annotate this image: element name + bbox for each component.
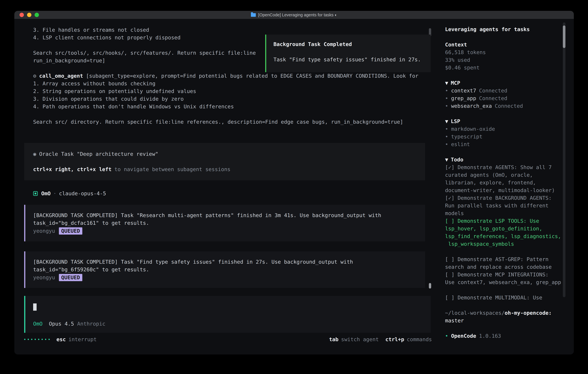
mcp-status: Connected	[495, 103, 523, 109]
tool-name: call_omo_agent	[39, 73, 83, 79]
navigation-hint: ctrl+x right, ctrl+x leftto navigate bet…	[33, 166, 425, 173]
ctrlp-key-label: commands	[407, 335, 432, 343]
input-model-name: Opus 4.5	[49, 320, 74, 328]
tab-key-hint: tab	[329, 335, 338, 343]
window-title: [OpenCode] Leveraging agents for tasks ◐	[251, 13, 337, 17]
terminal-line: 3. File handles or streams not closed	[33, 26, 439, 34]
app-window: [OpenCode] Leveraging agents for tasks ◐…	[14, 11, 574, 354]
lsp-name: eslint	[451, 141, 470, 147]
message-line: task_id="bg_dcfac161" to get results.	[33, 219, 425, 227]
todo-item: [✓] Demonstrate BACKGROUND AGENTS: Run p…	[445, 194, 562, 217]
terminal-line: 4. Path operations that don't handle Win…	[33, 103, 439, 110]
background-task-message: [BACKGROUND TASK COMPLETED] Task "Find t…	[24, 251, 425, 288]
todo-item: [✓] Demonstrate AGENTS: Show all 7 curat…	[445, 163, 562, 194]
mcp-name: websearch_exa	[451, 103, 492, 109]
mcp-name: grep_app	[451, 95, 476, 101]
sidebar-scrollbar-track[interactable]	[563, 22, 566, 297]
message-author: yeongyu	[33, 227, 55, 235]
lsp-section-header[interactable]: ▼LSP	[445, 117, 562, 125]
notification-body: Task "Find type safety issues" finished …	[273, 56, 431, 63]
record-icon: ◉	[33, 151, 36, 157]
tool-args: [subagent_type=explore, prompt=Find pote…	[86, 73, 418, 79]
sidebar-scrollbar-thumb[interactable]	[563, 25, 566, 48]
hint-text: to navigate between subagent sessions	[115, 166, 231, 172]
sidebar: Leveraging agents for tasks Context 66,5…	[439, 19, 574, 354]
terminal-line: 2. String operations on potentially unde…	[33, 87, 439, 95]
window-controls	[20, 11, 39, 19]
status-bar: esc interrupt tab switch agent ctrl+p co…	[24, 335, 432, 343]
mcp-heading: MCP	[451, 80, 460, 86]
esc-key-hint: esc	[56, 335, 66, 343]
app-version: 1.0.163	[479, 333, 501, 339]
context-used: 33% used	[445, 56, 562, 64]
text-cursor	[33, 303, 37, 311]
message-line: [BACKGROUND TASK COMPLETED] Task "Resear…	[33, 211, 425, 219]
lsp-item: •markdown-oxide	[445, 125, 562, 133]
separator-dot: ·	[53, 190, 56, 197]
bullet-icon: •	[445, 88, 448, 94]
todo-item: [ ] Demonstrate AST-GREP: Pattern search…	[445, 255, 562, 271]
message-author: yeongyu	[33, 274, 55, 281]
workspace-path-prefix: ~/local-workspaces/	[445, 310, 505, 316]
status-badge: QUEUED	[59, 227, 82, 235]
prompt-input[interactable]: OmO Opus 4.5 Anthropic	[24, 296, 431, 333]
folder-icon	[251, 13, 256, 17]
model-status-line: OmO Opus 4.5 Anthropic	[33, 320, 431, 328]
terminal-line	[33, 110, 439, 118]
oracle-task-title: ◉Oracle Task "Deep architecture review"	[33, 150, 425, 158]
mcp-item: •context7Connected	[445, 87, 562, 94]
lsp-item: •typescript	[445, 133, 562, 140]
scrollbar-thumb[interactable]	[429, 283, 431, 289]
mcp-name: context7	[451, 88, 476, 94]
lsp-name: markdown-oxide	[451, 126, 495, 132]
todo-item: [ ] Demonstrate MULTIMODAL: Use	[445, 294, 562, 301]
agent-checkbox-icon	[33, 191, 38, 196]
input-agent-name: OmO	[33, 320, 42, 328]
lsp-item: •eslint	[445, 140, 562, 148]
background-task-notification: Background Task Completed Task "Find typ…	[265, 35, 431, 72]
bullet-icon: •	[445, 333, 448, 339]
minimize-button[interactable]	[27, 13, 32, 17]
todo-item: [ ] Demonstrate MCP INTEGRATIONS: Use co…	[445, 271, 562, 286]
bullet-icon: •	[445, 141, 448, 147]
mcp-status: Connected	[479, 95, 507, 101]
terminal-pane: 3. File handles or streams not closed 4.…	[14, 19, 439, 354]
terminal-line: 1. Array access without bounds checking	[33, 80, 439, 87]
app-name: OpenCode	[451, 333, 476, 339]
git-branch: master	[445, 317, 562, 324]
agent-model: claude-opus-4-5	[59, 190, 106, 197]
mcp-item: •websearch_exaConnected	[445, 102, 562, 110]
session-title: Leveraging agents for tasks	[445, 25, 562, 33]
notification-title: Background Task Completed	[273, 40, 431, 48]
oracle-task-panel: ◉Oracle Task "Deep architecture review" …	[24, 143, 425, 180]
gear-icon: ⚙	[33, 73, 36, 79]
workspace-path: ~/local-workspaces/oh-my-opencode:	[445, 309, 562, 317]
hint-keys: ctrl+x right, ctrl+x left	[33, 166, 112, 172]
app-version-line: •OpenCode1.0.163	[445, 332, 562, 340]
chevron-down-icon: ▼	[445, 118, 448, 124]
message-meta: yeongyu QUEUED	[33, 273, 425, 281]
bullet-icon: •	[445, 126, 448, 132]
context-spent: $0.46 spent	[445, 64, 562, 72]
maximize-button[interactable]	[35, 13, 39, 17]
terminal-line: 3. Division operations that could divide…	[33, 95, 439, 103]
status-badge: QUEUED	[59, 274, 82, 281]
workspace-repo: oh-my-opencode:	[505, 310, 552, 316]
oracle-task-label: Oracle Task "Deep architecture review"	[39, 151, 158, 157]
spinner-dots-icon	[24, 339, 50, 340]
close-button[interactable]	[20, 13, 24, 17]
message-meta: yeongyu QUEUED	[33, 227, 425, 235]
todo-section-header[interactable]: ▼Todo	[445, 156, 562, 163]
mcp-item: •grep_appConnected	[445, 94, 562, 102]
message-line: [BACKGROUND TASK COMPLETED] Task "Find t…	[33, 258, 425, 266]
todo-heading: Todo	[451, 157, 463, 163]
todo-item: [ ] Demonstrate LSP TOOLS: Use lsp_hover…	[445, 217, 562, 248]
titlebar: [OpenCode] Leveraging agents for tasks ◐	[14, 11, 574, 19]
bullet-icon: •	[445, 95, 448, 101]
window-title-text: [OpenCode] Leveraging agents for tasks ◐	[258, 13, 337, 17]
mcp-section-header[interactable]: ▼MCP	[445, 79, 562, 87]
chevron-down-icon: ▼	[445, 157, 448, 163]
terminal-line: Search src/ directory. Return specific f…	[33, 118, 439, 126]
ctrlp-key-hint: ctrl+p	[385, 335, 404, 343]
lsp-heading: LSP	[451, 118, 460, 124]
